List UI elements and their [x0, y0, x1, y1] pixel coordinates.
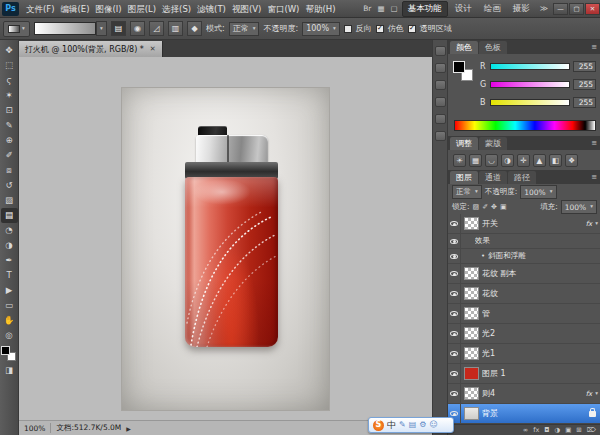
menu-window[interactable]: 窗口(W) [264, 0, 302, 18]
link-layers-icon[interactable]: ∞ [523, 426, 528, 434]
layer-row[interactable]: 开关 fx ▾ [448, 214, 600, 234]
minimize-button[interactable]: — [553, 3, 568, 15]
radial-gradient-button[interactable]: ◉ [130, 21, 145, 36]
vibrance-icon[interactable]: ✛ [517, 154, 530, 167]
close-button[interactable]: ✕ [585, 3, 600, 15]
visibility-toggle[interactable] [448, 364, 461, 384]
brush-tool[interactable]: ✐ [1, 148, 18, 163]
launch-bridge-icon[interactable]: Br [360, 4, 374, 13]
visibility-toggle[interactable] [448, 284, 461, 304]
menu-edit[interactable]: 编辑(E) [58, 0, 93, 18]
sogou-logo-icon[interactable]: S [373, 420, 384, 431]
layer-row[interactable]: 管 [448, 304, 600, 324]
workspace-overflow-icon[interactable]: ≫ [536, 4, 552, 13]
type-tool[interactable]: T [1, 268, 18, 283]
layer-style-icon[interactable]: fx [533, 426, 539, 434]
exposure-icon[interactable]: ◑ [501, 154, 514, 167]
ime-settings-icon[interactable]: ⚙ [419, 421, 426, 429]
ime-keyboard-icon[interactable]: ▤ [409, 421, 417, 429]
visibility-toggle[interactable] [448, 384, 461, 404]
collapsed-panel-icon[interactable] [435, 63, 446, 73]
layer-thumbnail[interactable] [464, 367, 479, 380]
add-mask-icon[interactable]: ◘ [544, 426, 549, 434]
layer-thumbnail[interactable] [464, 407, 479, 420]
clone-stamp-tool[interactable]: ⧈ [1, 163, 18, 178]
healing-brush-tool[interactable]: ⊕ [1, 133, 18, 148]
status-arrow-icon[interactable]: ▶ [126, 425, 131, 432]
panel-foreground-swatch[interactable] [453, 61, 465, 73]
menu-image[interactable]: 图像(I) [93, 0, 125, 18]
tab-swatches[interactable]: 色板 [479, 41, 507, 54]
collapsed-panel-icon[interactable] [435, 97, 446, 107]
layer-row[interactable]: 光2 [448, 324, 600, 344]
color-ramp[interactable] [454, 120, 596, 131]
angle-gradient-button[interactable]: ◿ [149, 21, 164, 36]
menu-filter[interactable]: 滤镜(T) [194, 0, 229, 18]
tab-channels[interactable]: 通道 [479, 171, 507, 184]
magic-wand-tool[interactable]: ✶ [1, 88, 18, 103]
menu-select[interactable]: 选择(S) [159, 0, 194, 18]
ime-emoji-icon[interactable]: ☺ [429, 421, 437, 429]
dither-checkbox[interactable]: ✓ [376, 25, 384, 33]
layer-thumbnail[interactable] [464, 347, 479, 360]
ime-pen-icon[interactable]: ✎ [399, 421, 406, 429]
tab-adjustments[interactable]: 调整 [450, 137, 478, 150]
gradient-tool[interactable]: ▤ [1, 208, 18, 223]
gradient-preview[interactable] [34, 22, 96, 35]
new-layer-icon[interactable]: ⊞ [576, 426, 581, 434]
layer-row-selected[interactable]: 背景 [448, 404, 600, 424]
reverse-checkbox[interactable] [344, 25, 352, 33]
layer-group-icon[interactable]: ▣ [565, 426, 571, 434]
fill-dropdown[interactable]: 100% ▾ [561, 200, 597, 214]
visibility-toggle[interactable] [448, 234, 461, 249]
path-selection-tool[interactable]: ▶ [1, 283, 18, 298]
eyedropper-tool[interactable]: ✎ [1, 118, 18, 133]
menu-file[interactable]: 文件(F) [23, 0, 58, 18]
red-channel-slider[interactable] [490, 63, 570, 70]
tab-close-icon[interactable]: ✕ [150, 45, 156, 53]
blue-channel-value[interactable]: 255 [573, 97, 596, 108]
levels-icon[interactable]: ▦ [469, 154, 482, 167]
reflected-gradient-button[interactable]: ▥ [168, 21, 183, 36]
fx-collapse-icon[interactable]: ▾ [595, 391, 598, 397]
lock-all-icon[interactable]: ▣ [500, 203, 507, 211]
zoom-tool[interactable]: ◎ [1, 328, 18, 343]
layer-thumbnail[interactable] [464, 267, 479, 280]
blur-tool[interactable]: ◔ [1, 223, 18, 238]
crop-tool[interactable]: ⊡ [1, 103, 18, 118]
tab-masks[interactable]: 蒙版 [479, 137, 507, 150]
layer-thumbnail[interactable] [464, 307, 479, 320]
collapsed-panel-icon[interactable] [435, 46, 446, 56]
layer-row[interactable]: 光1 [448, 344, 600, 364]
effects-row[interactable]: 效果 [448, 234, 600, 249]
panel-menu-icon[interactable]: ≡ [587, 43, 600, 51]
ime-mode-indicator[interactable]: 中 [387, 421, 396, 430]
red-channel-value[interactable]: 255 [573, 61, 596, 72]
workspace-photography[interactable]: 摄影 [508, 2, 535, 16]
document-viewport[interactable] [19, 57, 432, 420]
layers-opacity-dropdown[interactable]: 100% ▾ [520, 185, 556, 199]
layer-row[interactable]: 则4 fx ▾ [448, 384, 600, 404]
black-white-icon[interactable]: ❖ [565, 154, 578, 167]
panel-menu-icon[interactable]: ≡ [587, 173, 600, 181]
quick-mask-button[interactable]: ◨ [1, 363, 18, 378]
shape-tool[interactable]: ▭ [1, 298, 18, 313]
lock-pixels-icon[interactable]: ✐ [482, 203, 488, 211]
blend-mode-dropdown[interactable]: 正常 ▾ [229, 22, 260, 36]
collapsed-panel-icon[interactable] [435, 114, 446, 124]
layer-row[interactable]: 花纹 [448, 284, 600, 304]
layers-blend-mode-dropdown[interactable]: 正常 ▾ [452, 185, 482, 199]
menu-help[interactable]: 帮助(H) [302, 0, 338, 18]
foreground-color-swatch[interactable] [1, 346, 10, 355]
layer-thumbnail[interactable] [464, 287, 479, 300]
dodge-tool[interactable]: ◑ [1, 238, 18, 253]
visibility-toggle[interactable] [448, 214, 461, 234]
transparency-checkbox[interactable]: ✓ [408, 25, 416, 33]
layer-thumbnail[interactable] [464, 327, 479, 340]
diamond-gradient-button[interactable]: ◆ [187, 21, 202, 36]
color-balance-icon[interactable]: ◧ [549, 154, 562, 167]
arrange-documents-icon[interactable]: ▦ [374, 4, 387, 13]
move-tool[interactable]: ✥ [1, 43, 18, 58]
layer-thumbnail[interactable] [464, 217, 479, 230]
delete-layer-icon[interactable]: ⌦ [587, 426, 596, 434]
